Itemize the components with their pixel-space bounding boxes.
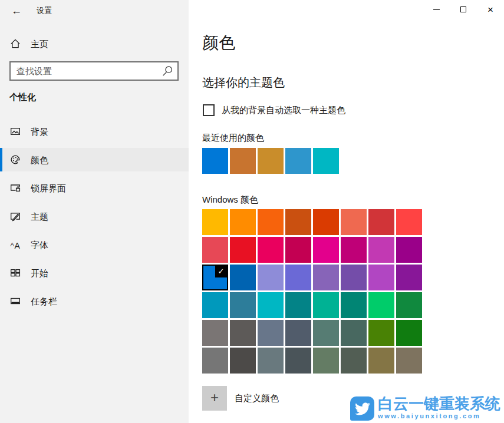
windows-color-swatch[interactable] <box>368 237 394 263</box>
windows-color-swatch[interactable] <box>285 209 311 235</box>
home-icon <box>9 38 21 49</box>
close-button[interactable]: × <box>477 0 504 19</box>
windows-color-swatch[interactable] <box>202 237 228 263</box>
windows-color-swatch[interactable] <box>396 320 422 346</box>
recent-color-swatch[interactable] <box>202 148 228 174</box>
search-icon[interactable] <box>161 65 174 80</box>
windows-color-swatch[interactable] <box>368 348 394 374</box>
window-controls: × <box>423 0 504 19</box>
windows-color-swatch[interactable] <box>368 320 394 346</box>
selected-check-icon: ✓ <box>215 266 227 277</box>
accent-section-title: 选择你的主题色 <box>202 75 285 91</box>
auto-pick-checkbox-row[interactable]: 从我的背景自动选取一种主题色 <box>203 104 345 116</box>
recent-color-swatch[interactable] <box>313 148 339 174</box>
windows-color-swatch[interactable] <box>258 265 284 290</box>
windows-color-swatch[interactable] <box>341 265 367 290</box>
sidebar-item-background[interactable]: 背景 <box>0 120 189 143</box>
watermark-brand: 白云一键重装系统 <box>378 395 500 412</box>
windows-color-swatch[interactable] <box>285 265 311 290</box>
palette-icon <box>9 154 21 166</box>
custom-color-row: + 自定义颜色 <box>202 386 279 411</box>
svg-text:A: A <box>11 241 15 247</box>
recent-color-swatch[interactable] <box>258 148 284 174</box>
windows-color-swatch[interactable] <box>396 265 422 290</box>
recent-colors-label: 最近使用的颜色 <box>202 133 264 144</box>
search-input[interactable] <box>17 64 158 78</box>
windows-color-swatch[interactable] <box>396 292 422 318</box>
windows-color-swatch[interactable] <box>341 348 367 374</box>
watermark: 白云一键重装系统 www.baiyunxitong.com <box>350 395 500 421</box>
sidebar-item-fonts[interactable]: A A 字体 <box>0 233 189 256</box>
windows-color-swatch[interactable] <box>313 265 339 290</box>
windows-color-swatch[interactable] <box>341 292 367 318</box>
windows-color-swatch[interactable] <box>368 209 394 235</box>
windows-color-swatch[interactable] <box>230 237 256 263</box>
theme-icon <box>9 210 21 222</box>
sidebar-item-label: 字体 <box>31 240 48 251</box>
windows-color-swatch[interactable] <box>230 265 256 290</box>
sidebar: ← 设置 主页 个性化 <box>0 0 189 423</box>
sidebar-item-lockscreen[interactable]: 锁屏界面 <box>0 176 189 200</box>
windows-color-swatch[interactable] <box>258 348 284 374</box>
windows-color-swatch[interactable] <box>341 237 367 263</box>
sidebar-item-home[interactable]: 主页 <box>0 34 189 55</box>
windows-colors-label: Windows 颜色 <box>202 194 258 206</box>
windows-color-swatch[interactable] <box>258 209 284 235</box>
search-box <box>9 61 179 81</box>
plus-icon: + <box>210 389 219 406</box>
back-button[interactable]: ← <box>7 2 26 19</box>
windows-color-swatch[interactable] <box>285 320 311 346</box>
windows-color-swatch-selected[interactable]: ✓ <box>202 265 228 290</box>
windows-color-swatch[interactable] <box>396 237 422 263</box>
windows-color-swatch[interactable] <box>285 348 311 374</box>
auto-pick-checkbox[interactable] <box>203 104 215 116</box>
sidebar-nav: 背景 颜色 <box>0 120 189 318</box>
windows-color-swatch[interactable] <box>202 320 228 346</box>
windows-color-swatch[interactable] <box>230 348 256 374</box>
recent-color-swatch[interactable] <box>285 148 311 174</box>
windows-color-swatch[interactable] <box>230 292 256 318</box>
windows-color-swatch[interactable] <box>230 209 256 235</box>
windows-color-swatch[interactable] <box>285 292 311 318</box>
windows-color-swatch[interactable] <box>230 320 256 346</box>
maximize-button[interactable] <box>450 0 477 19</box>
windows-color-swatch[interactable] <box>313 209 339 235</box>
sidebar-item-themes[interactable]: 主题 <box>0 204 189 228</box>
windows-color-swatch[interactable] <box>202 209 228 235</box>
windows-color-swatch[interactable] <box>313 348 339 374</box>
windows-color-swatch[interactable] <box>313 320 339 346</box>
windows-color-swatch[interactable] <box>313 237 339 263</box>
minimize-icon <box>433 9 440 10</box>
windows-color-swatch[interactable] <box>258 237 284 263</box>
windows-color-swatch[interactable] <box>341 320 367 346</box>
windows-color-swatch[interactable] <box>396 348 422 374</box>
sidebar-item-label: 颜色 <box>31 155 48 166</box>
sidebar-item-taskbar[interactable]: 任务栏 <box>0 289 189 313</box>
minimize-button[interactable] <box>423 0 450 19</box>
sidebar-item-start[interactable]: 开始 <box>0 261 189 285</box>
auto-pick-checkbox-label: 从我的背景自动选取一种主题色 <box>222 105 345 116</box>
windows-color-swatch[interactable] <box>368 292 394 318</box>
windows-color-swatch[interactable] <box>341 209 367 235</box>
windows-color-swatch[interactable] <box>202 348 228 374</box>
windows-color-swatch[interactable] <box>258 292 284 318</box>
watermark-url: www.baiyunxitong.com <box>378 412 500 419</box>
windows-color-swatch[interactable] <box>258 320 284 346</box>
windows-color-swatch[interactable] <box>285 237 311 263</box>
windows-color-swatch[interactable] <box>368 265 394 290</box>
fonts-icon: A A <box>9 239 21 250</box>
taskbar-icon <box>9 295 21 307</box>
windows-color-swatch[interactable] <box>202 292 228 318</box>
lockscreen-icon <box>9 182 21 194</box>
sidebar-item-label: 主页 <box>31 39 48 50</box>
sidebar-item-label: 任务栏 <box>31 296 57 308</box>
svg-text:A: A <box>15 241 21 250</box>
add-custom-color-button[interactable]: + <box>202 386 227 411</box>
page-title: 颜色 <box>202 32 235 54</box>
app-title: 设置 <box>37 5 52 16</box>
windows-color-swatch[interactable] <box>396 209 422 235</box>
recent-color-swatch[interactable] <box>230 148 256 174</box>
sidebar-item-colors[interactable]: 颜色 <box>0 148 189 171</box>
recent-colors-row <box>202 148 339 174</box>
windows-color-swatch[interactable] <box>313 292 339 318</box>
